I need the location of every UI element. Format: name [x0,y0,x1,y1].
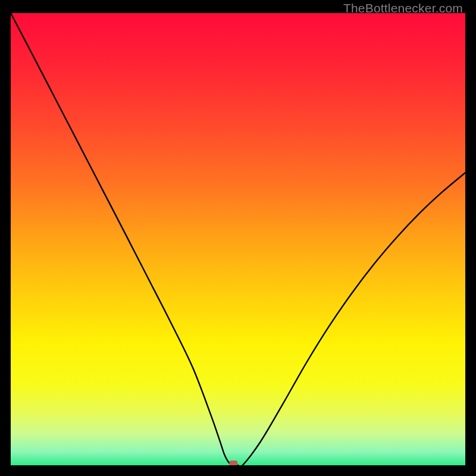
plot-area [11,13,465,465]
watermark-text: TheBottlenecker.com [343,1,463,15]
chart-frame: TheBottlenecker.com [0,0,476,476]
chart-svg [11,13,465,465]
min-point-marker [229,461,237,465]
gradient-background [11,13,465,465]
